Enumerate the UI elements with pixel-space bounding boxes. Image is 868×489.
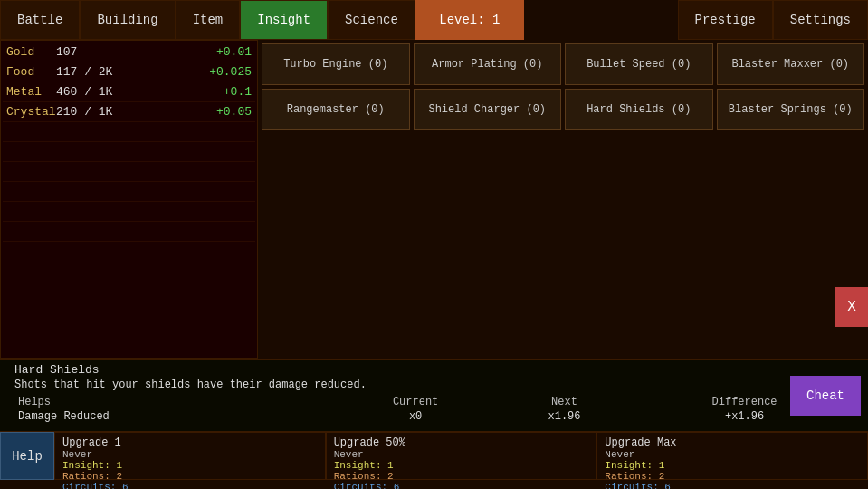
table-row: Damage Reduced x0 x1.96 +x1.96 (14, 409, 861, 424)
main-content: Gold 107 +0.01 Food 117 / 2K +0.025 Meta… (0, 40, 868, 359)
resource-empty-2 (3, 142, 255, 162)
upgrade-shield-charger[interactable]: Shield Charger (0) (414, 89, 562, 130)
col-helps: Helps (14, 395, 330, 409)
resource-name-metal: Metal (6, 85, 56, 99)
upgrade-armor-plating[interactable]: Armor Plating (0) (414, 43, 562, 85)
resource-value-food: 117 / 2K (56, 65, 197, 79)
resource-empty-3 (3, 162, 255, 182)
upgrade-rangemaster[interactable]: Rangemaster (0) (262, 89, 410, 130)
info-panel: Hard Shields Shots that hit your shields… (0, 359, 868, 431)
nav-tabs-right: Prestige Settings (678, 0, 868, 40)
upgrade-1-costs: Insight: 1 Rations: 2 Circuits: 6 (62, 460, 318, 489)
upgrade-hard-shields[interactable]: Hard Shields (0) (565, 89, 713, 130)
upgrade-50-insight: Insight: 1 (334, 460, 394, 471)
upgrade-50-rations: Rations: 2 (334, 471, 394, 482)
close-button[interactable]: X (835, 287, 868, 327)
upgrade-1-subtitle: Never (62, 449, 318, 460)
resource-name-food: Food (6, 65, 56, 79)
upgrade-1-insight: Insight: 1 (62, 460, 122, 471)
resource-row-food: Food 117 / 2K +0.025 (3, 62, 255, 82)
upgrade-1-title: Upgrade 1 (62, 436, 318, 449)
resource-name-gold: Gold (6, 45, 56, 59)
row-label: Damage Reduced (14, 409, 330, 424)
info-desc: Shots that hit your shields have their d… (14, 379, 861, 391)
upgrade-1-circuits: Circuits: 6 (62, 482, 129, 489)
upgrade-blaster-maxxer[interactable]: Blaster Maxxer (0) (717, 43, 865, 85)
upgrade-max-costs: Insight: 1 Rations: 2 Circuits: 6 (605, 460, 860, 489)
upgrade-max-circuits: Circuits: 6 (605, 482, 671, 489)
top-nav: Battle Building Item Insight Science Lev… (0, 0, 868, 40)
resource-empty-5 (3, 202, 255, 222)
resource-rate-metal: +0.1 (197, 85, 252, 99)
cheat-button[interactable]: Cheat (790, 376, 861, 416)
resource-name-crystal: Crystal (6, 105, 56, 119)
resource-rate-crystal: +0.05 (197, 105, 252, 119)
tab-insight[interactable]: Insight (240, 0, 328, 40)
tab-battle[interactable]: Battle (0, 0, 80, 40)
tab-science[interactable]: Science (328, 0, 415, 40)
nav-tabs-left: Battle Building Item Insight Science (0, 0, 415, 40)
col-current: Current (330, 395, 501, 409)
info-table: Helps Current Next Difference Damage Red… (14, 395, 861, 424)
help-button[interactable]: Help (0, 432, 54, 480)
upgrade-panel: Turbo Engine (0) Armor Plating (0) Bulle… (258, 40, 868, 359)
resource-empty-6 (3, 222, 255, 242)
upgrade-max-rations: Rations: 2 (605, 471, 664, 482)
resource-panel: Gold 107 +0.01 Food 117 / 2K +0.025 Meta… (0, 40, 258, 359)
resource-value-crystal: 210 / 1K (56, 105, 197, 119)
resource-row-crystal: Crystal 210 / 1K +0.05 (3, 102, 255, 122)
upgrade-option-max[interactable]: Upgrade Max Never Insight: 1 Rations: 2 … (596, 432, 868, 480)
resource-empty-1 (3, 122, 255, 142)
upgrade-turbo-engine[interactable]: Turbo Engine (0) (262, 43, 410, 85)
resource-row-metal: Metal 460 / 1K +0.1 (3, 82, 255, 102)
row-current: x0 (330, 409, 501, 424)
upgrade-max-title: Upgrade Max (605, 436, 860, 449)
col-next: Next (501, 395, 628, 409)
row-next: x1.96 (501, 409, 628, 424)
upgrade-blaster-springs[interactable]: Blaster Springs (0) (717, 89, 865, 130)
upgrade-options: Help Upgrade 1 Never Insight: 1 Rations:… (0, 431, 868, 480)
upgrade-50-circuits: Circuits: 6 (334, 482, 400, 489)
resource-rate-gold: +0.01 (197, 45, 252, 59)
upgrade-option-50[interactable]: Upgrade 50% Never Insight: 1 Rations: 2 … (326, 432, 597, 480)
upgrade-bullet-speed[interactable]: Bullet Speed (0) (565, 43, 713, 85)
info-title: Hard Shields (14, 363, 861, 377)
resource-row-gold: Gold 107 +0.01 (3, 43, 255, 62)
tab-settings[interactable]: Settings (773, 0, 868, 40)
resource-value-gold: 107 (56, 45, 197, 59)
upgrade-50-title: Upgrade 50% (334, 436, 589, 449)
upgrade-1-rations: Rations: 2 (62, 471, 122, 482)
resource-empty-4 (3, 182, 255, 202)
upgrade-50-subtitle: Never (334, 449, 589, 460)
level-badge: Level: 1 (415, 0, 524, 40)
resource-rate-food: +0.025 (197, 65, 252, 79)
upgrade-option-1[interactable]: Upgrade 1 Never Insight: 1 Rations: 2 Ci… (54, 432, 326, 480)
upgrade-max-subtitle: Never (605, 449, 860, 460)
upgrade-50-costs: Insight: 1 Rations: 2 Circuits: 6 (334, 460, 589, 489)
resource-value-metal: 460 / 1K (56, 85, 197, 99)
tab-item[interactable]: Item (176, 0, 241, 40)
upgrade-max-insight: Insight: 1 (605, 460, 664, 471)
tab-prestige[interactable]: Prestige (678, 0, 773, 40)
tab-building[interactable]: Building (80, 0, 175, 40)
